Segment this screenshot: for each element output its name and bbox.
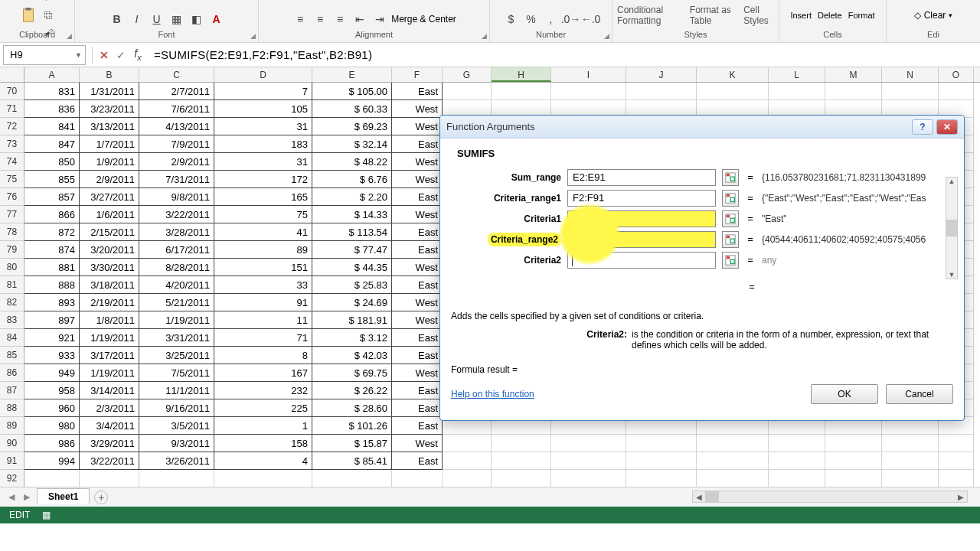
underline-button[interactable]: U — [149, 11, 165, 27]
italic-button[interactable]: I — [129, 11, 145, 27]
row-header[interactable]: 77 — [0, 206, 24, 223]
dialog-title-bar[interactable]: Function Arguments ? ✕ — [440, 116, 964, 139]
col-header-N[interactable]: N — [882, 67, 939, 82]
row-header[interactable]: 88 — [0, 399, 24, 417]
format-button[interactable]: Format — [848, 11, 875, 20]
tab-nav-next[interactable]: ▶ — [21, 492, 32, 502]
paste-button[interactable] — [20, 8, 37, 23]
arg-input-criteria_range1[interactable] — [567, 190, 716, 207]
row-header[interactable]: 72 — [0, 118, 24, 135]
col-header-J[interactable]: J — [626, 67, 697, 82]
row-header[interactable]: 80 — [0, 259, 24, 276]
enter-formula-button[interactable]: ✓ — [113, 47, 129, 64]
format-as-table-button[interactable]: Format as Table — [690, 5, 736, 26]
insert-function-button[interactable]: fx — [129, 47, 146, 64]
merge-center-button[interactable]: Merge & Center — [391, 14, 456, 24]
col-header-B[interactable]: B — [80, 67, 139, 82]
row-header[interactable]: 83 — [0, 311, 24, 329]
clear-icon: ◇ — [914, 10, 921, 21]
font-color-button[interactable]: A — [208, 11, 225, 27]
row-header[interactable]: 82 — [0, 294, 24, 311]
name-box[interactable]: H9 ▼ — [3, 45, 86, 65]
row-header[interactable]: 91 — [0, 452, 24, 470]
bold-button[interactable]: B — [109, 11, 126, 27]
arg-input-criteria2[interactable] — [567, 252, 716, 269]
dialog-launcher-icon[interactable]: ◢ — [67, 32, 72, 40]
arg-input-criteria_range2[interactable] — [567, 231, 716, 248]
cell-styles-button[interactable]: Cell Styles — [743, 5, 774, 26]
col-header-M[interactable]: M — [825, 67, 882, 82]
range-select-button[interactable] — [722, 190, 739, 207]
row-header[interactable]: 71 — [0, 100, 24, 118]
dialog-launcher-icon[interactable]: ◢ — [482, 32, 487, 40]
col-header-H[interactable]: H — [492, 67, 551, 82]
row-header[interactable]: 81 — [0, 276, 24, 294]
row-header[interactable]: 85 — [0, 347, 24, 364]
border-button[interactable]: ▦ — [168, 11, 185, 27]
indent-inc-button[interactable]: ⇥ — [371, 11, 388, 27]
col-header-G[interactable]: G — [443, 67, 492, 82]
clear-button[interactable]: Clear — [924, 10, 946, 21]
row-header[interactable]: 90 — [0, 435, 24, 452]
arg-input-criteria1[interactable] — [567, 210, 716, 227]
horizontal-scrollbar[interactable]: ◀▶ — [692, 491, 968, 503]
comma-button[interactable]: , — [543, 11, 560, 27]
row-header[interactable]: 78 — [0, 223, 24, 241]
align-center-button[interactable]: ≡ — [312, 11, 328, 27]
row-header[interactable]: 92 — [0, 470, 24, 487]
args-scrollbar[interactable]: ▲▼ — [946, 177, 958, 279]
fill-color-button[interactable]: ◧ — [188, 11, 205, 27]
col-header-K[interactable]: K — [697, 67, 769, 82]
col-header-O[interactable]: O — [939, 67, 974, 82]
cancel-button[interactable]: Cancel — [886, 384, 953, 404]
add-sheet-button[interactable]: + — [94, 491, 108, 504]
percent-button[interactable]: % — [523, 11, 540, 27]
col-header-F[interactable]: F — [392, 67, 443, 82]
conditional-formatting-button[interactable]: Conditional Formatting — [617, 5, 682, 26]
row-header[interactable]: 89 — [0, 417, 24, 435]
row-header[interactable]: 79 — [0, 241, 24, 259]
dialog-launcher-icon[interactable]: ◢ — [250, 32, 256, 40]
select-all-corner[interactable] — [0, 67, 24, 82]
help-link[interactable]: Help on this function — [451, 389, 534, 399]
col-header-E[interactable]: E — [312, 67, 392, 82]
row-header[interactable]: 70 — [0, 83, 24, 100]
insert-button[interactable]: Insert — [790, 11, 812, 20]
cancel-formula-button[interactable]: ✕ — [96, 47, 113, 64]
col-header-L[interactable]: L — [769, 67, 825, 82]
row-header[interactable]: 87 — [0, 382, 24, 399]
row-header[interactable]: 86 — [0, 364, 24, 382]
formula-input[interactable]: =SUMIFS(E2:E91,F2:F91,"East",B2:B91) — [146, 48, 980, 61]
row-header[interactable]: 76 — [0, 188, 24, 206]
dialog-help-button[interactable]: ? — [912, 119, 933, 135]
range-select-button[interactable] — [722, 252, 739, 269]
col-header-C[interactable]: C — [139, 67, 214, 82]
row-header[interactable]: 73 — [0, 135, 24, 153]
dialog-close-button[interactable]: ✕ — [936, 119, 958, 135]
row-header[interactable]: 75 — [0, 171, 24, 188]
copy-icon[interactable]: ⿻ — [43, 8, 55, 23]
range-select-button[interactable] — [722, 210, 739, 227]
indent-dec-button[interactable]: ⇤ — [351, 11, 368, 27]
dec-decimal-button[interactable]: ←.0 — [583, 11, 599, 27]
range-select-button[interactable] — [722, 169, 739, 186]
ok-button[interactable]: OK — [811, 384, 878, 404]
col-header-I[interactable]: I — [551, 67, 626, 82]
col-header-A[interactable]: A — [24, 67, 80, 82]
tab-nav-prev[interactable]: ◀ — [6, 492, 17, 502]
arg-input-sum_range[interactable] — [567, 169, 716, 186]
delete-button[interactable]: Delete — [818, 11, 842, 20]
col-header-D[interactable]: D — [214, 67, 312, 82]
align-left-button[interactable]: ≡ — [292, 11, 309, 27]
chevron-down-icon[interactable]: ▼ — [75, 51, 82, 59]
row-header[interactable]: 74 — [0, 153, 24, 171]
cut-icon[interactable]: ✂ — [43, 0, 55, 6]
align-right-button[interactable]: ≡ — [332, 11, 348, 27]
row-header[interactable]: 84 — [0, 329, 24, 347]
currency-button[interactable]: $ — [503, 11, 520, 27]
sheet-tab[interactable]: Sheet1 — [37, 488, 90, 504]
macro-record-icon[interactable]: ▦ — [42, 510, 51, 520]
range-select-button[interactable] — [722, 231, 739, 248]
dialog-launcher-icon[interactable]: ◢ — [604, 32, 609, 40]
inc-decimal-button[interactable]: .0→ — [563, 11, 580, 27]
